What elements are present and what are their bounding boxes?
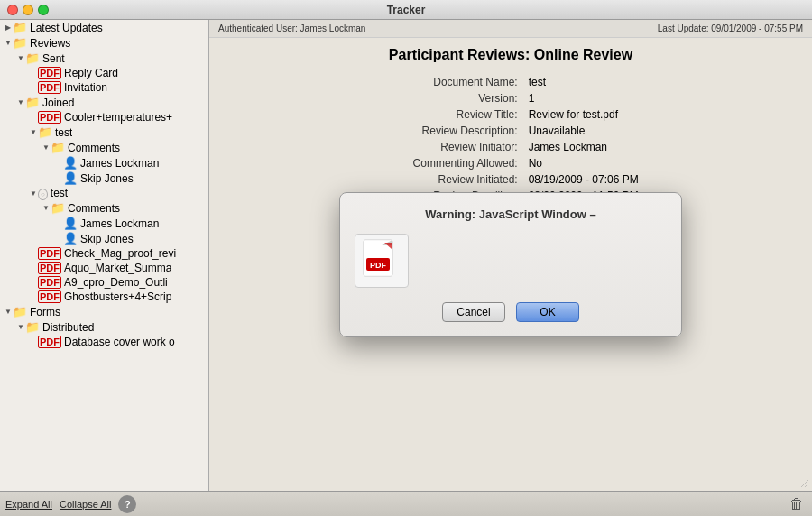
tree-label: Distributed xyxy=(42,321,94,334)
minimize-button[interactable] xyxy=(23,5,33,15)
modal-buttons: Cancel OK xyxy=(355,302,667,322)
tree-label: Check_Mag_proof_revi xyxy=(64,247,176,260)
sidebar-item-comments2[interactable]: 📁Comments xyxy=(0,200,208,216)
tree-triangle xyxy=(29,128,38,136)
tree-label: Reviews xyxy=(30,37,70,50)
cancel-button[interactable]: Cancel xyxy=(442,302,505,322)
tree-icon-folder-blue: 📁 xyxy=(13,305,27,318)
sidebar-item-joined[interactable]: 📁Joined xyxy=(0,95,208,110)
tree-label: Aquo_Market_Summa xyxy=(64,262,171,274)
tree-label: James Lockman xyxy=(80,217,159,230)
tree-icon-pdf: PDF xyxy=(38,248,61,259)
delete-button[interactable]: 🗑 xyxy=(787,494,807,514)
tree-label: test xyxy=(51,187,68,199)
tree-label: Skip Jones xyxy=(80,172,134,185)
sidebar-item-invitation[interactable]: PDFInvitation xyxy=(0,80,208,95)
sidebar: 📁Latest Updates📁Reviews📁SentPDFReply Car… xyxy=(0,20,209,491)
tree-triangle xyxy=(42,143,51,152)
sidebar-item-reply-card[interactable]: PDFReply Card xyxy=(0,66,208,80)
sidebar-item-comments1[interactable]: 📁Comments xyxy=(0,140,208,155)
tree-triangle xyxy=(4,39,13,47)
auth-user-label: Authenticated User: James Lockman xyxy=(218,23,365,33)
pdf-icon-container: PDF xyxy=(355,234,409,288)
tree-icon-folder-yellow: 📁 xyxy=(25,320,40,334)
sidebar-item-forms[interactable]: 📁Forms xyxy=(0,304,208,319)
tree-label: Reply Card xyxy=(64,67,118,79)
bottom-toolbar: Expand All Collapse All ? 🗑 xyxy=(0,491,812,516)
tree-label: Comments xyxy=(68,202,120,215)
sidebar-item-latest-updates[interactable]: 📁Latest Updates xyxy=(0,20,208,35)
window-title: Tracker xyxy=(387,4,426,16)
tree-label: test xyxy=(55,126,72,139)
last-update-label: Last Update: 09/01/2009 - 07:55 PM xyxy=(658,23,803,33)
sidebar-item-cooler[interactable]: PDFCooler+temperatures+ xyxy=(0,110,208,124)
modal-title: Warning: JavaScript Window – xyxy=(355,207,667,221)
tree-icon-folder-blue: 📁 xyxy=(13,21,27,34)
tree-icon-person: 👤 xyxy=(63,171,78,185)
tree-label: Skip Jones xyxy=(80,233,134,245)
expand-all-button[interactable]: Expand All xyxy=(5,499,52,510)
sidebar-item-check-mag[interactable]: PDFCheck_Mag_proof_revi xyxy=(0,246,208,261)
close-button[interactable] xyxy=(7,5,18,15)
sidebar-item-james2[interactable]: 👤James Lockman xyxy=(0,216,208,231)
collapse-all-button[interactable]: Collapse All xyxy=(60,499,111,510)
tree-triangle xyxy=(16,323,25,331)
tree-triangle xyxy=(16,98,25,106)
tree-label: A9_cpro_Demo_Outli xyxy=(64,276,168,289)
tree-icon-folder-blue: 📁 xyxy=(13,36,27,50)
tree-icon-pdf: PDF xyxy=(38,112,61,123)
tree-triangle xyxy=(42,204,51,212)
tree-icon-folder-orange: 📁 xyxy=(51,141,65,154)
tree-label: Invitation xyxy=(64,81,107,94)
sidebar-item-test2[interactable]: ○test xyxy=(0,186,208,200)
content-area: Authenticated User: James Lockman Last U… xyxy=(209,20,812,491)
tree-triangle xyxy=(4,23,13,32)
sidebar-scroll[interactable]: 📁Latest Updates📁Reviews📁SentPDFReply Car… xyxy=(0,20,208,491)
tree-icon-circle: ○ xyxy=(38,189,48,198)
tree-label: Ghostbusters+4+Scrip xyxy=(64,290,171,303)
tree-icon-pdf: PDF xyxy=(38,82,61,93)
tree-icon-pdf: PDF xyxy=(38,68,61,78)
modal-overlay: Warning: JavaScript Window – PDF xyxy=(209,38,812,491)
sidebar-item-distributed[interactable]: 📁Distributed xyxy=(0,319,208,335)
sidebar-item-sent[interactable]: 📁Sent xyxy=(0,51,208,66)
tree-label: Joined xyxy=(42,97,74,109)
sidebar-item-skip2[interactable]: 👤Skip Jones xyxy=(0,231,208,246)
window-controls xyxy=(7,5,49,15)
tree-icon-folder-yellow: 📁 xyxy=(38,125,52,139)
tree-triangle xyxy=(29,189,38,198)
title-bar: Tracker xyxy=(0,0,812,20)
modal-dialog: Warning: JavaScript Window – PDF xyxy=(339,192,682,337)
tree-icon-pdf: PDF xyxy=(38,263,61,273)
tree-icon-folder-yellow: 📁 xyxy=(25,96,40,109)
sidebar-item-test1[interactable]: 📁test xyxy=(0,124,208,140)
sidebar-item-james1[interactable]: 👤James Lockman xyxy=(0,155,208,170)
tree-label: Forms xyxy=(30,306,60,318)
tree-icon-pdf: PDF xyxy=(38,277,61,288)
sidebar-item-skip1[interactable]: 👤Skip Jones xyxy=(0,170,208,186)
tree-label: James Lockman xyxy=(80,157,159,170)
help-button[interactable]: ? xyxy=(118,495,136,513)
tree-label: Comments xyxy=(68,142,120,154)
maximize-button[interactable] xyxy=(38,5,49,15)
main-layout: 📁Latest Updates📁Reviews📁SentPDFReply Car… xyxy=(0,20,812,491)
tree-icon-person: 👤 xyxy=(63,156,78,170)
ok-button[interactable]: OK xyxy=(516,302,579,322)
sidebar-item-aquo-market[interactable]: PDFAquo_Market_Summa xyxy=(0,261,208,275)
tree-label: Latest Updates xyxy=(30,22,103,34)
sidebar-item-ghostbusters[interactable]: PDFGhostbusters+4+Scrip xyxy=(0,290,208,304)
tree-icon-pdf: PDF xyxy=(38,336,61,347)
tree-icon-pdf: PDF xyxy=(38,291,61,302)
sidebar-item-db-cover[interactable]: PDFDatabase cover work o xyxy=(0,335,208,349)
sidebar-item-reviews[interactable]: 📁Reviews xyxy=(0,35,208,51)
tree-triangle xyxy=(16,54,25,62)
content-body: Participant Reviews: Online Review Docum… xyxy=(209,38,812,491)
tree-icon-person: 👤 xyxy=(63,217,78,230)
tree-label: Sent xyxy=(42,52,65,65)
tree-icon-folder-yellow: 📁 xyxy=(25,51,40,65)
svg-text:PDF: PDF xyxy=(370,261,387,270)
tree-label: Database cover work o xyxy=(64,336,175,348)
content-header: Authenticated User: James Lockman Last U… xyxy=(209,20,812,38)
tree-label: Cooler+temperatures+ xyxy=(64,111,172,124)
sidebar-item-a9-cpro[interactable]: PDFA9_cpro_Demo_Outli xyxy=(0,275,208,290)
